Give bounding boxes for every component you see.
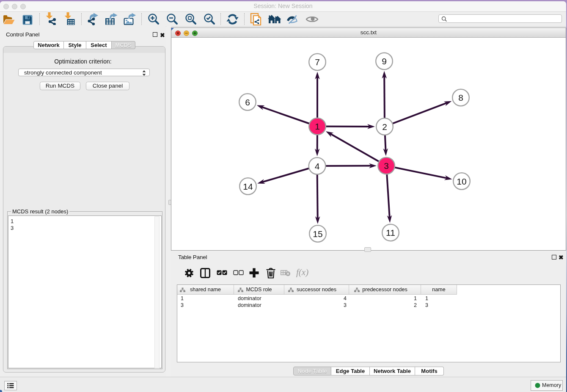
svg-text:14: 14 (243, 182, 253, 191)
svg-text:7: 7 (315, 57, 320, 67)
svg-text:6: 6 (245, 97, 250, 107)
svg-text:10: 10 (457, 177, 466, 186)
svg-text:2: 2 (382, 122, 387, 132)
svg-text:4: 4 (315, 161, 320, 171)
svg-text:8: 8 (458, 93, 463, 102)
svg-text:1: 1 (315, 121, 320, 131)
svg-text:11: 11 (386, 228, 395, 237)
svg-text:15: 15 (313, 229, 322, 239)
svg-text:3: 3 (384, 161, 389, 171)
svg-text:9: 9 (382, 56, 387, 66)
